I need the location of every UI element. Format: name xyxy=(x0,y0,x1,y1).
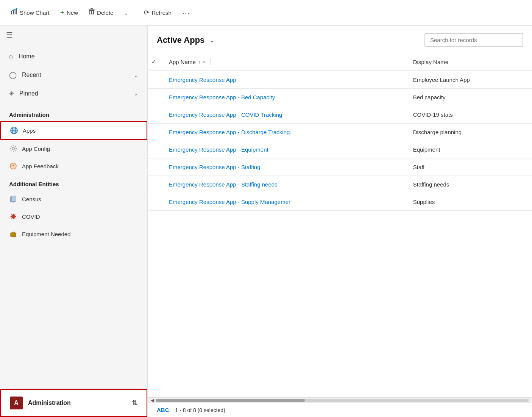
refresh-label: Refresh xyxy=(151,9,172,16)
abc-button[interactable]: ABC xyxy=(157,407,169,413)
app-name-link[interactable]: Emergency Response App - Bed Capacity xyxy=(169,94,275,100)
sidebar-census-label: Census xyxy=(22,196,41,202)
svg-rect-34 xyxy=(10,233,16,234)
sidebar-item-app-feedback[interactable]: App Feedback xyxy=(0,157,147,175)
row-check-cell[interactable] xyxy=(148,193,163,211)
table-row: Emergency Response App - Supply Manageme… xyxy=(148,193,532,211)
new-icon: + xyxy=(60,8,64,17)
table-check-column[interactable]: ✓ xyxy=(148,53,163,71)
row-display-name-cell: Discharge planning xyxy=(407,124,532,141)
delete-icon xyxy=(89,8,95,17)
hamburger-icon[interactable]: ☰ xyxy=(6,30,13,39)
app-name-link[interactable]: Emergency Response App - Staffing needs xyxy=(169,181,278,188)
table-row: Emergency Response App - Discharge Track… xyxy=(148,124,532,141)
svg-point-31 xyxy=(14,218,15,218)
row-app-name-cell: Emergency Response App - Bed Capacity xyxy=(163,89,407,106)
refresh-button[interactable]: ⟳ Refresh xyxy=(139,6,176,20)
table-container: ✓ App Name ↑ ▿ Display Name xyxy=(148,53,532,397)
sidebar-item-app-config[interactable]: App Config xyxy=(0,140,147,157)
row-check-cell[interactable] xyxy=(148,141,163,158)
main-layout: ☰ ⌂ Home ◯ Recent ⌄ ✳ Pinned ⌄ Administr… xyxy=(0,26,532,417)
scroll-left-button[interactable]: ◀ xyxy=(151,398,154,403)
sidebar-administration-label: Administration xyxy=(28,400,71,406)
sidebar-equipment-needed-label: Equipment Needed xyxy=(22,231,70,237)
sidebar-item-covid[interactable]: COVID xyxy=(0,208,147,225)
filter-icon: ▿ xyxy=(203,59,205,65)
sidebar-administration-button[interactable]: A Administration ⇅ xyxy=(0,389,147,417)
apps-globe-icon xyxy=(10,126,18,135)
row-check-cell[interactable] xyxy=(148,124,163,141)
table-body: Emergency Response App Employee Launch A… xyxy=(148,71,532,211)
app-name-link[interactable]: Emergency Response App xyxy=(169,77,236,83)
column-divider xyxy=(211,58,211,65)
pinned-icon: ✳ xyxy=(9,90,14,97)
new-label: New xyxy=(67,9,78,16)
row-display-name-cell: Staff xyxy=(407,158,532,176)
recent-icon: ◯ xyxy=(9,71,17,79)
svg-point-16 xyxy=(10,163,16,169)
home-icon: ⌂ xyxy=(9,52,13,60)
checkmark-icon: ✓ xyxy=(151,58,156,65)
additional-entities-section-label: Additional Entities xyxy=(0,175,147,190)
sidebar-item-equipment-needed[interactable]: Equipment Needed xyxy=(0,225,147,243)
sidebar-item-recent[interactable]: ◯ Recent ⌄ xyxy=(0,66,147,85)
recent-chevron-icon: ⌄ xyxy=(134,72,138,78)
app-name-link[interactable]: Emergency Response App - Staffing xyxy=(169,164,261,170)
sidebar-item-home[interactable]: ⌂ Home xyxy=(0,47,147,66)
sidebar-item-census[interactable]: Census xyxy=(0,190,147,208)
table-app-name-header[interactable]: App Name ↑ ▿ xyxy=(163,53,407,71)
toolbar: Show Chart + New Delete ⌄ ⟳ Refresh ⋯ xyxy=(0,0,532,26)
sidebar-item-apps[interactable]: Apps xyxy=(0,121,147,140)
avatar: A xyxy=(10,397,23,409)
content-footer: ABC 1 - 8 of 8 (0 selected) xyxy=(148,403,532,417)
record-count: 1 - 8 of 8 (0 selected) xyxy=(175,407,225,413)
row-check-cell[interactable] xyxy=(148,71,163,89)
new-button[interactable]: + New xyxy=(55,5,83,20)
show-chart-label: Show Chart xyxy=(20,9,49,16)
search-input[interactable] xyxy=(424,33,523,47)
scrollbar-thumb[interactable] xyxy=(156,399,305,402)
table-display-name-header[interactable]: Display Name xyxy=(407,53,532,71)
app-name-link[interactable]: Emergency Response App - Discharge Track… xyxy=(169,129,292,135)
svg-rect-1 xyxy=(13,10,14,14)
svg-rect-18 xyxy=(11,196,16,201)
sidebar-app-config-label: App Config xyxy=(22,146,50,152)
svg-rect-0 xyxy=(11,11,12,14)
show-chart-button[interactable]: Show Chart xyxy=(6,5,54,20)
row-app-name-cell: Emergency Response App xyxy=(163,71,407,89)
row-display-name-cell: Equipment xyxy=(407,141,532,158)
app-config-icon xyxy=(9,144,17,153)
sort-asc-icon: ↑ xyxy=(198,59,201,65)
svg-point-25 xyxy=(15,216,16,217)
table-row: Emergency Response App - Staffing Staff xyxy=(148,158,532,176)
apps-table: ✓ App Name ↑ ▿ Display Name xyxy=(148,53,532,211)
row-check-cell[interactable] xyxy=(148,89,163,106)
row-check-cell[interactable] xyxy=(148,176,163,193)
sidebar-item-pinned[interactable]: ✳ Pinned ⌄ xyxy=(0,85,147,102)
display-name-column-label: Display Name xyxy=(413,59,448,65)
show-chart-icon xyxy=(11,8,17,17)
row-app-name-cell: Emergency Response App - Supply Manageme… xyxy=(163,193,407,211)
more-button[interactable]: ⋯ xyxy=(178,5,194,20)
census-icon xyxy=(9,195,17,203)
table-row: Emergency Response App Employee Launch A… xyxy=(148,71,532,89)
row-app-name-cell: Emergency Response App - Staffing xyxy=(163,158,407,176)
delete-button[interactable]: Delete xyxy=(84,5,118,20)
svg-point-22 xyxy=(13,214,14,215)
app-name-link[interactable]: Emergency Response App - Equipment xyxy=(169,146,268,153)
sidebar-app-feedback-label: App Feedback xyxy=(22,163,59,169)
sort-icon: ⇅ xyxy=(132,399,137,407)
scrollbar-track[interactable] xyxy=(156,399,529,402)
row-display-name-cell: Supplies xyxy=(407,193,532,211)
app-name-link[interactable]: Emergency Response App - COVID Tracking xyxy=(169,111,282,118)
row-app-name-cell: Emergency Response App - Discharge Track… xyxy=(163,124,407,141)
svg-point-29 xyxy=(14,214,15,215)
sidebar-recent-label: Recent xyxy=(22,72,41,78)
row-check-cell[interactable] xyxy=(148,158,163,176)
table-row: Emergency Response App - Equipment Equip… xyxy=(148,141,532,158)
app-name-link[interactable]: Emergency Response App - Supply Manageme… xyxy=(169,199,290,205)
sidebar-covid-label: COVID xyxy=(22,213,40,220)
row-check-cell[interactable] xyxy=(148,106,163,124)
dropdown-button[interactable]: ⌄ xyxy=(119,7,133,19)
content-title-chevron-icon[interactable]: ⌄ xyxy=(209,36,215,44)
